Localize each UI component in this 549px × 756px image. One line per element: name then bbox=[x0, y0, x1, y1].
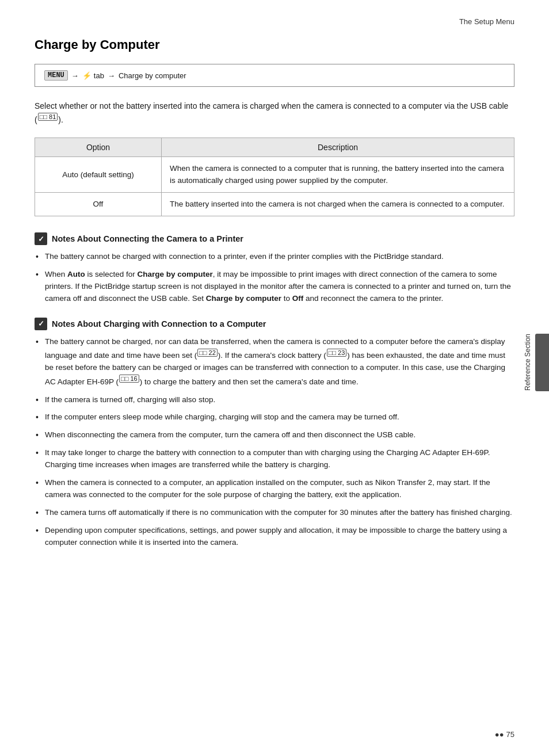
intro-ref: □□ 81 bbox=[38, 113, 58, 121]
reference-section-label: Reference Section bbox=[524, 334, 532, 391]
note1-off-bold: Off bbox=[292, 294, 304, 303]
note1-heading: ✓ Notes About Connecting the Camera to a… bbox=[35, 232, 514, 245]
note1-cbc-bold: Charge by computer bbox=[138, 270, 213, 278]
list-item: The battery cannot be charged, nor can d… bbox=[35, 336, 514, 388]
note2-b4: When disconnecting the camera from the c… bbox=[45, 430, 415, 439]
page-icon: ●● bbox=[495, 730, 504, 739]
arrow1: → bbox=[71, 71, 79, 80]
intro-text: Select whether or not the battery insert… bbox=[35, 100, 514, 126]
table-row: Auto (default setting) When the camera i… bbox=[35, 157, 514, 193]
option-off: Off bbox=[35, 192, 162, 216]
note1-cbc-bold2: Charge by computer bbox=[206, 294, 281, 303]
page-number: 75 bbox=[506, 730, 514, 739]
note2-b7: The camera turns off automatically if th… bbox=[45, 508, 512, 517]
note1-icon: ✓ bbox=[35, 232, 47, 245]
reference-tab bbox=[535, 334, 549, 391]
list-item: When Auto is selected for Charge by comp… bbox=[35, 269, 514, 305]
note2-section: ✓ Notes About Charging with Connection t… bbox=[35, 318, 514, 549]
note2-title: Notes About Charging with Connection to … bbox=[52, 319, 266, 329]
options-table: Option Description Auto (default setting… bbox=[35, 138, 514, 216]
note2-b3: If the computer enters sleep mode while … bbox=[45, 413, 399, 421]
note1-bullet2-mid: is selected for bbox=[85, 270, 138, 278]
note1-bullet2-final: and reconnect the camera to the printer. bbox=[303, 294, 443, 303]
col-option: Option bbox=[35, 138, 162, 157]
list-item: If the camera is turned off, charging wi… bbox=[35, 394, 514, 406]
list-item: The camera turns off automatically if th… bbox=[35, 507, 514, 519]
ref-23: □□ 23 bbox=[327, 349, 347, 357]
ref-22: □□ 22 bbox=[197, 349, 218, 357]
list-item: Depending upon computer specifications, … bbox=[35, 525, 514, 549]
col-description: Description bbox=[162, 138, 514, 157]
ref-16: □□ 16 bbox=[119, 375, 139, 383]
description-off: The battery inserted into the camera is … bbox=[162, 192, 514, 216]
note2-b1: The battery cannot be charged, nor can d… bbox=[45, 337, 505, 386]
note1-bullet1: The battery cannot be charged with conne… bbox=[45, 252, 444, 261]
note1-bullet2-pre: When bbox=[45, 270, 67, 278]
intro-text-start: Select whether or not the battery insert… bbox=[35, 101, 508, 124]
table-row: Off The battery inserted into the camera… bbox=[35, 192, 514, 216]
option-auto: Auto (default setting) bbox=[35, 157, 162, 193]
page-title: Charge by Computer bbox=[35, 37, 514, 52]
list-item: The battery cannot be charged with conne… bbox=[35, 251, 514, 263]
menu-path-box: MENU → ⚡ tab → Charge by computer bbox=[35, 64, 514, 87]
section-title: The Setup Menu bbox=[459, 17, 514, 26]
list-item: If the computer enters sleep mode while … bbox=[35, 411, 514, 423]
intro-text-end: ). bbox=[58, 115, 63, 124]
note2-b5: It may take longer to charge the battery… bbox=[45, 448, 490, 469]
list-item: It may take longer to charge the battery… bbox=[35, 447, 514, 471]
description-auto: When the camera is connected to a comput… bbox=[162, 157, 514, 193]
note2-b8: Depending upon computer specifications, … bbox=[45, 526, 507, 547]
tab-label: tab bbox=[94, 71, 104, 80]
page-footer: ●● 75 bbox=[495, 730, 514, 739]
note1-auto-bold: Auto bbox=[67, 270, 85, 278]
note2-b6: When the camera is connected to a comput… bbox=[45, 478, 490, 499]
note1-bullets: The battery cannot be charged with conne… bbox=[35, 251, 514, 305]
note1-section: ✓ Notes About Connecting the Camera to a… bbox=[35, 232, 514, 305]
path-end: Charge by computer bbox=[119, 71, 186, 80]
note2-bullets: The battery cannot be charged, nor can d… bbox=[35, 336, 514, 549]
note2-heading: ✓ Notes About Charging with Connection t… bbox=[35, 318, 514, 330]
note1-bullet2-end: to bbox=[281, 294, 292, 303]
note2-b2: If the camera is turned off, charging wi… bbox=[45, 395, 215, 404]
note1-title: Notes About Connecting the Camera to a P… bbox=[52, 234, 243, 243]
tab-icon: ⚡ bbox=[82, 71, 92, 80]
menu-button-label: MENU bbox=[44, 70, 68, 81]
list-item: When the camera is connected to a comput… bbox=[35, 477, 514, 501]
arrow2: → bbox=[108, 71, 115, 80]
list-item: When disconnecting the camera from the c… bbox=[35, 429, 514, 441]
note2-icon: ✓ bbox=[35, 318, 47, 330]
page-container: The Setup Menu Charge by Computer MENU →… bbox=[0, 0, 549, 756]
section-header: The Setup Menu bbox=[35, 17, 514, 26]
